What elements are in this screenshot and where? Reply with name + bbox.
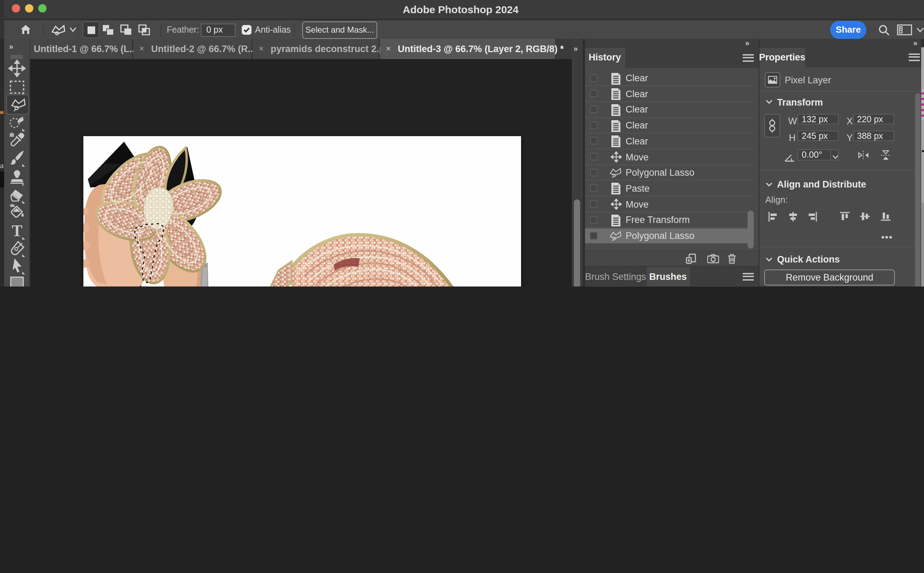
svg-text:T: T — [12, 222, 23, 240]
